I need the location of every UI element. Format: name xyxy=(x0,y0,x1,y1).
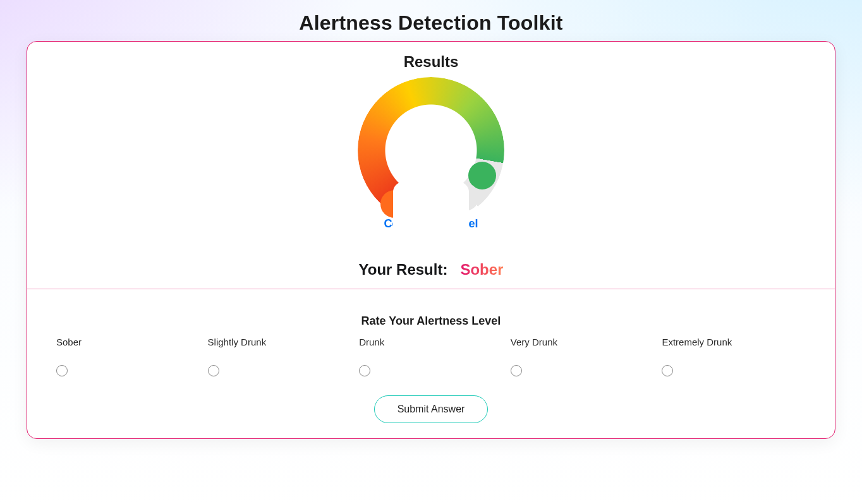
radio-icon[interactable] xyxy=(511,365,522,376)
radio-icon[interactable] xyxy=(359,365,370,376)
rating-option-label: Slightly Drunk xyxy=(208,337,352,347)
gauge-icon xyxy=(358,77,504,224)
rating-option-label: Extremely Drunk xyxy=(662,337,806,347)
result-label: Your Result: xyxy=(359,261,448,278)
rating-option-sober[interactable]: Sober xyxy=(52,333,204,376)
rating-options: Sober Slightly Drunk Drunk Very Drunk Ex… xyxy=(37,333,825,376)
rating-option-very-drunk[interactable]: Very Drunk xyxy=(507,333,659,376)
results-title: Results xyxy=(37,53,825,71)
rating-option-label: Sober xyxy=(56,337,200,347)
page-title: Alertness Detection Toolkit xyxy=(0,11,862,35)
rating-option-label: Drunk xyxy=(359,337,503,347)
radio-icon[interactable] xyxy=(662,365,673,376)
confidence-gauge: 90% Confidence Level xyxy=(37,77,825,231)
results-card: Results 90% Confidence Level Your Result… xyxy=(27,41,835,439)
rating-option-extremely-drunk[interactable]: Extremely Drunk xyxy=(658,333,810,376)
result-value: Sober xyxy=(460,261,503,278)
submit-button[interactable]: Submit Answer xyxy=(374,395,489,423)
rating-option-drunk[interactable]: Drunk xyxy=(355,333,507,376)
rating-option-slightly-drunk[interactable]: Slightly Drunk xyxy=(204,333,356,376)
separator xyxy=(27,289,835,289)
result-line: Your Result: Sober xyxy=(37,261,825,279)
rating-option-label: Very Drunk xyxy=(511,337,655,347)
radio-icon[interactable] xyxy=(208,365,219,376)
radio-icon[interactable] xyxy=(56,365,68,376)
rating-title: Rate Your Alertness Level xyxy=(37,315,825,328)
